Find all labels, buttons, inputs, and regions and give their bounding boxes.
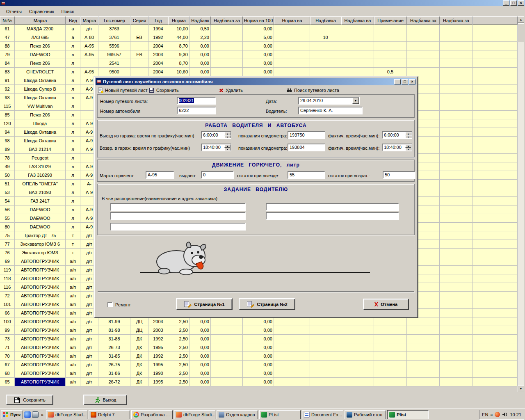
table-cell[interactable]: 1990 (148, 369, 168, 378)
table-cell[interactable]: а (66, 33, 80, 42)
table-cell[interactable] (440, 171, 472, 180)
table-cell[interactable] (211, 378, 243, 386)
table-cell[interactable]: DAEWOO (15, 205, 66, 214)
search-waybill-button[interactable]: Поиск путевого листа (285, 87, 340, 94)
return-time-spinner[interactable]: 18:40:00 ▲▼ (201, 144, 231, 151)
table-cell[interactable]: ДК (130, 352, 148, 361)
table-cell[interactable]: 8,70 (168, 42, 189, 50)
volume-icon[interactable] (502, 412, 508, 417)
table-cell[interactable] (440, 292, 472, 300)
table-cell[interactable] (211, 361, 243, 369)
main-titlebar[interactable]: _ □ × (0, 0, 525, 6)
table-cell[interactable]: АВТОПОГРУЗЧИК (15, 283, 66, 292)
table-cell[interactable]: Пежо 206 (15, 111, 66, 119)
table-cell[interactable]: а/п (66, 300, 80, 309)
table-cell[interactable] (211, 352, 243, 361)
table-cell[interactable]: А-80 (80, 33, 98, 42)
table-cell[interactable]: 61 (0, 25, 15, 33)
table-cell[interactable]: 0,5 (374, 68, 407, 76)
table-cell[interactable]: 0,00 (243, 326, 274, 335)
quick-launch-ie-icon[interactable] (24, 411, 31, 418)
table-cell[interactable] (341, 343, 374, 352)
table-row[interactable]: 70АВТОПОГРУЗЧИКа/пд/т31-85ДК19922,500,00… (0, 352, 518, 361)
column-header[interactable]: №№ (0, 16, 15, 25)
table-cell[interactable] (407, 361, 440, 369)
scroll-up-icon[interactable]: ▲ (518, 16, 524, 23)
table-cell[interactable]: 2003 (148, 326, 168, 335)
table-cell[interactable]: ОПЕЛЬ "ОМЕГА" (15, 180, 66, 188)
column-header[interactable]: Вид (66, 16, 80, 25)
table-cell[interactable] (341, 42, 374, 50)
table-cell[interactable]: 2,50 (168, 317, 189, 326)
table-cell[interactable] (374, 335, 407, 343)
table-cell[interactable]: 0,00 (243, 361, 274, 369)
table-cell[interactable] (211, 317, 243, 326)
table-cell[interactable]: д/т (80, 25, 98, 33)
table-cell[interactable]: 0,00 (243, 59, 274, 68)
table-cell[interactable]: 56 (0, 205, 15, 214)
table-cell[interactable]: 2,50 (168, 369, 189, 378)
table-cell[interactable]: 31-86 (98, 369, 130, 378)
table-cell[interactable] (374, 42, 407, 50)
table-cell[interactable] (341, 378, 374, 386)
spin-up-icon[interactable]: ▲ (224, 144, 231, 148)
taskbar-task[interactable]: PList (259, 410, 301, 419)
table-cell[interactable] (440, 25, 472, 33)
table-cell[interactable] (341, 50, 374, 59)
table-cell[interactable]: ДК (130, 361, 148, 369)
table-cell[interactable]: Шкода (15, 119, 66, 128)
table-cell[interactable] (440, 162, 472, 171)
table-cell[interactable] (211, 335, 243, 343)
table-cell[interactable]: л (66, 128, 80, 137)
table-cell[interactable]: 91 (0, 76, 15, 85)
table-cell[interactable]: 0,00 (189, 352, 211, 361)
table-cell[interactable] (440, 274, 472, 283)
table-cell[interactable] (274, 335, 310, 343)
scrollbar-thumb[interactable] (518, 23, 524, 42)
table-cell[interactable]: 0,00 (243, 352, 274, 361)
table-cell[interactable]: 2004 (148, 42, 168, 50)
table-cell[interactable] (407, 326, 440, 335)
repair-checkbox[interactable] (107, 302, 113, 307)
table-cell[interactable] (274, 361, 310, 369)
table-cell[interactable]: 67 (0, 361, 15, 369)
table-cell[interactable] (374, 361, 407, 369)
table-cell[interactable]: Шкода Октавиа (15, 128, 66, 137)
table-cell[interactable]: ГАЗ 2417 (15, 197, 66, 205)
table-cell[interactable]: Экскаватор ЮМЗ 6 (15, 240, 66, 249)
table-cell[interactable]: 2004 (148, 317, 168, 326)
table-cell[interactable]: 3763 (98, 25, 130, 33)
table-cell[interactable]: л (66, 137, 80, 145)
table-cell[interactable] (440, 361, 472, 369)
table-cell[interactable]: 0,00 (243, 50, 274, 59)
depart-odometer-field[interactable]: 193750 (288, 131, 325, 139)
table-cell[interactable] (440, 352, 472, 361)
table-cell[interactable]: 92 (0, 85, 15, 94)
table-cell[interactable]: л (66, 180, 80, 188)
table-cell[interactable]: Шкода Октавиа (15, 137, 66, 145)
menu-reports[interactable]: Отчеты (2, 8, 25, 15)
table-cell[interactable]: 54 (0, 197, 15, 205)
table-cell[interactable]: ДК (130, 343, 148, 352)
table-cell[interactable] (440, 214, 472, 223)
table-cell[interactable]: А-95 (80, 68, 98, 76)
spin-down-icon[interactable]: ▼ (224, 148, 231, 151)
table-cell[interactable]: 116 (0, 283, 15, 292)
table-cell[interactable]: 101 (0, 300, 15, 309)
table-row[interactable]: 79DAEWOOлА-95999-57ЕВ20049,300,000,00 (0, 50, 518, 59)
table-cell[interactable]: а (66, 25, 80, 33)
table-cell[interactable] (407, 317, 440, 326)
table-cell[interactable] (374, 59, 407, 68)
table-cell[interactable]: ГАЗ 31029 (15, 162, 66, 171)
table-cell[interactable]: 115 (0, 102, 15, 111)
table-cell[interactable] (440, 76, 472, 85)
table-cell[interactable]: 10 (310, 33, 341, 42)
table-cell[interactable]: 10,00 (168, 25, 189, 33)
table-cell[interactable] (211, 25, 243, 33)
table-cell[interactable] (341, 361, 374, 369)
table-cell[interactable] (407, 25, 440, 33)
table-cell[interactable]: Шкода Октавиа (15, 94, 66, 102)
table-cell[interactable]: 77 (0, 240, 15, 249)
table-cell[interactable]: 0,00 (243, 68, 274, 76)
table-row[interactable]: 83CHEVROLETлА-959500200410,600,000,000,5 (0, 68, 518, 76)
